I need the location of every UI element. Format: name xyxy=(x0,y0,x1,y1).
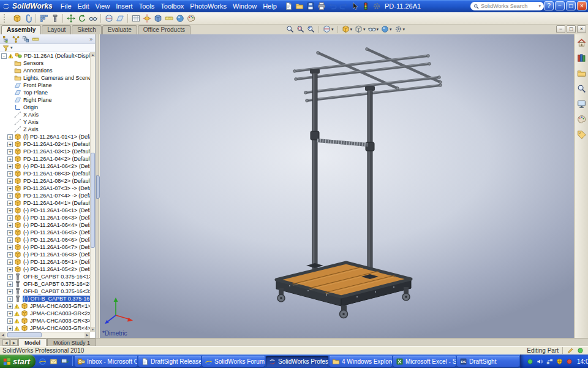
filter-caret-icon[interactable]: ▾ xyxy=(10,45,13,50)
tree-item[interactable]: Annotations xyxy=(0,67,90,74)
search-icon[interactable] xyxy=(576,83,587,94)
tab-assembly[interactable]: Assembly xyxy=(1,25,41,34)
tree-item[interactable]: +OFI-B_CAPBT 0.375-16<1> (OFI-B xyxy=(0,273,90,280)
tree-item[interactable]: +JPMA-CHCA003-GR<1> (Default< xyxy=(0,302,90,310)
menu-tools[interactable]: Tools xyxy=(136,2,158,10)
tree-item[interactable]: +(-) PD-11.26A1-05<1> (Default<<De xyxy=(0,258,90,266)
expand-icon[interactable]: + xyxy=(7,289,13,294)
tree-item[interactable]: +PD-11.26A1-08<3> (Default<<Defau xyxy=(0,170,90,177)
status-indicator-icon[interactable] xyxy=(576,347,584,355)
expand-icon[interactable]: + xyxy=(7,186,13,191)
tree-item[interactable]: Sensors xyxy=(0,59,90,67)
insert-components-icon[interactable] xyxy=(12,13,22,23)
mate-icon[interactable] xyxy=(23,13,33,23)
new-document-icon[interactable] xyxy=(284,1,294,12)
dimxpertmanager-icon[interactable] xyxy=(31,35,40,44)
tab-motion-study-1[interactable]: Motion Study 1 xyxy=(47,339,96,346)
show-desktop-icon[interactable] xyxy=(59,356,69,366)
menu-photoworks[interactable]: PhotoWorks xyxy=(187,2,230,10)
tree-item[interactable]: +PD-11.26A1-04<2> (Default<<Defaul xyxy=(0,155,90,163)
redo-icon[interactable] xyxy=(339,1,349,12)
expand-icon[interactable]: + xyxy=(7,282,13,287)
panel-overflow-chevron[interactable]: » xyxy=(89,36,92,42)
tree-item[interactable]: +(-) PD-11.26A1-06<8> (Default<<De xyxy=(0,251,90,258)
internet-explorer-icon[interactable] xyxy=(37,356,47,366)
menu-help[interactable]: Help xyxy=(260,2,280,10)
tree-item[interactable]: Origin xyxy=(0,104,90,111)
save-icon[interactable] xyxy=(306,1,316,12)
rotate-component-icon[interactable] xyxy=(77,13,87,23)
tab-evaluate[interactable]: Evaluate xyxy=(102,25,137,34)
task-draftsight-release[interactable]: DraftSight Release ... xyxy=(138,356,201,367)
tree-item[interactable]: +PD-11.26A1-04<1> (Default<<Defau xyxy=(0,199,90,207)
tree-item[interactable]: +(-) PD-11.26A1-06<2> (Default<<De xyxy=(0,163,90,170)
assembly-features-icon[interactable] xyxy=(104,13,114,23)
expand-icon[interactable]: + xyxy=(7,201,13,206)
toolbar-grip[interactable] xyxy=(4,14,6,23)
tab-model[interactable]: Model xyxy=(18,339,47,346)
show-hidden-components-icon[interactable] xyxy=(88,13,98,23)
expand-icon[interactable]: + xyxy=(7,164,13,169)
tree-item[interactable]: Z Axis xyxy=(0,126,90,133)
expand-icon[interactable]: + xyxy=(7,296,13,302)
design-library-icon[interactable] xyxy=(576,53,587,63)
task-outlook[interactable]: OInbox - Microsoft Ou... xyxy=(75,356,137,367)
tree-item[interactable]: +PD-11.26A1-07<3> -> (Default<<De xyxy=(0,185,90,192)
menu-toolbox[interactable]: Toolbox xyxy=(157,2,187,10)
expand-icon[interactable]: + xyxy=(7,156,13,162)
scroll-right-icon[interactable]: ▶ xyxy=(85,332,90,338)
status-edit-icon[interactable] xyxy=(567,347,575,355)
tree-item[interactable]: +PD-11.26A1-07<4> -> (Default<<De xyxy=(0,192,90,199)
exploded-view-icon[interactable] xyxy=(141,13,152,23)
tree-vertical-scrollbar[interactable]: ▲ ▼ xyxy=(90,52,95,332)
doc-restore-button[interactable]: □ xyxy=(567,25,576,33)
tray-security-icon[interactable] xyxy=(556,358,563,365)
expand-icon[interactable]: + xyxy=(7,193,13,199)
expand-icon[interactable]: + xyxy=(7,304,13,309)
menu-insert[interactable]: Insert xyxy=(113,2,136,10)
scrollbar-thumb[interactable] xyxy=(7,332,42,337)
outlook-mail-icon[interactable] xyxy=(48,356,58,366)
expand-icon[interactable]: + xyxy=(7,274,13,280)
tab-scroll-right-icon[interactable]: ▶ xyxy=(10,339,18,346)
minimize-button[interactable]: − xyxy=(555,1,565,10)
custom-properties-icon[interactable] xyxy=(576,129,587,140)
undo-icon[interactable] xyxy=(328,1,338,12)
expand-icon[interactable]: + xyxy=(7,267,13,272)
tree-item[interactable]: +OFI-B_CAPBT 0.375-16<3> (OFI-B xyxy=(0,288,90,295)
rebuild-icon[interactable] xyxy=(361,1,371,12)
tree-item[interactable]: +(-) PD-11.26A1-06<3> (Default<<De xyxy=(0,214,90,221)
propertymanager-icon[interactable] xyxy=(12,35,20,44)
menu-file[interactable]: File xyxy=(58,2,75,10)
expand-icon[interactable]: + xyxy=(7,245,13,250)
tree-item[interactable]: +(-) PD-11.26A1-06<4> (Default<<De xyxy=(0,221,90,229)
tree-item[interactable]: +(-) PD-11.26A1-06<1> (Default<<De xyxy=(0,207,90,214)
tree-item[interactable]: +JPMA-CHCA003-GR<4> (Default< xyxy=(0,324,90,332)
tree-item[interactable]: +PD-11.26A1-03<1> (Default<Display xyxy=(0,148,90,155)
tree-item[interactable]: +(-) PD-11.26A1-05<2> (Default<<De xyxy=(0,266,90,273)
tree-item[interactable]: Y Axis xyxy=(0,118,90,126)
apply-scene-icon[interactable]: ▾ xyxy=(380,25,393,33)
move-component-icon[interactable] xyxy=(66,13,76,23)
previous-view-icon[interactable] xyxy=(306,25,315,33)
expand-icon[interactable]: + xyxy=(7,149,13,155)
panel-splitter[interactable] xyxy=(96,34,99,338)
task-draftsight[interactable]: DSDraftSight xyxy=(457,356,519,367)
tree-item[interactable]: +(-) PD-11.26A1-06<7> (Default<<De xyxy=(0,243,90,251)
tree-item[interactable]: Front Plane xyxy=(0,82,90,89)
print-icon[interactable] xyxy=(317,1,327,12)
tree-item[interactable]: +(-) PD-11.26A1-06<5> (Default<<De xyxy=(0,229,90,236)
tree-item[interactable]: X Axis xyxy=(0,111,90,118)
expand-icon[interactable]: + xyxy=(7,171,13,177)
scroll-down-icon[interactable]: ▼ xyxy=(91,327,95,332)
reference-geometry-icon[interactable] xyxy=(115,13,125,23)
tree-item[interactable]: +PD-11.26A1-02<1> (Default<Display xyxy=(0,140,90,148)
tab-scroll-left-icon[interactable]: ◀ xyxy=(2,339,10,346)
task-excel[interactable]: Microsoft Excel - Soli... xyxy=(393,356,456,367)
task-solidworks-forums[interactable]: SolidWorks Forums: ... xyxy=(202,356,265,367)
close-button[interactable]: × xyxy=(577,1,587,10)
tray-network-icon[interactable] xyxy=(546,358,553,365)
expand-icon[interactable]: + xyxy=(7,326,13,331)
expand-icon[interactable]: + xyxy=(7,134,13,140)
file-explorer-icon[interactable] xyxy=(576,68,587,79)
